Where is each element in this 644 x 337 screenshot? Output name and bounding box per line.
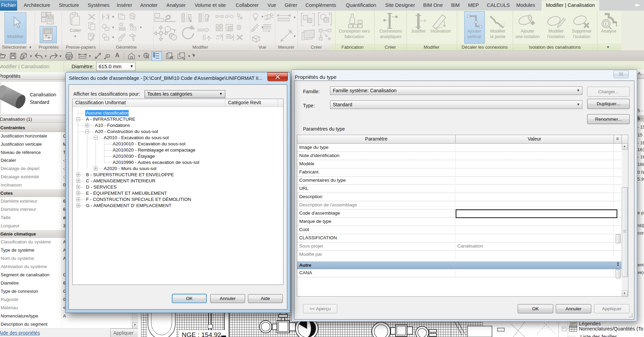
svg-text:i: i bbox=[605, 21, 606, 26]
svg-text:1: 1 bbox=[107, 54, 109, 58]
